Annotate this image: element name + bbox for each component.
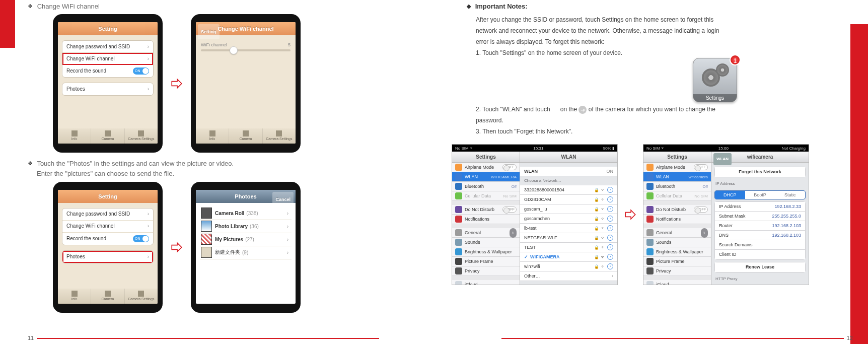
seg-static[interactable]: Static xyxy=(775,191,805,199)
sidebar-header: Settings xyxy=(643,152,711,163)
tab-info[interactable]: Info xyxy=(58,128,91,144)
sidebar-dnd[interactable]: Do Not DisturbOFF xyxy=(643,205,711,215)
toggle-off[interactable]: OFF xyxy=(694,207,708,213)
album-thumb-icon xyxy=(201,221,212,232)
sidebar-bluetooth[interactable]: BluetoothOff xyxy=(643,182,711,191)
sidebar-picture-frame[interactable]: Picture Frame xyxy=(452,257,520,266)
field-client-id[interactable]: Client ID xyxy=(715,250,805,259)
slider-track[interactable] xyxy=(201,49,291,51)
forget-network-button[interactable]: Forget this Network xyxy=(715,167,805,177)
slider-value: 5 xyxy=(288,42,291,47)
tab-info[interactable]: Info xyxy=(58,289,91,304)
network-row[interactable]: 3320288800001504🔒ᯤ› xyxy=(520,185,617,195)
lock-icon: 🔒 xyxy=(594,185,599,195)
sidebar-picture-frame[interactable]: Picture Frame xyxy=(643,257,711,266)
lock-icon: 🔒 xyxy=(594,195,599,204)
arrow-right-icon xyxy=(624,208,637,221)
sidebar-privacy[interactable]: Privacy xyxy=(643,266,711,276)
tab-camera-settings[interactable]: Camera Settings xyxy=(263,128,296,144)
row-password-ssid[interactable]: Change password and SSID› xyxy=(62,209,153,221)
row-photos-highlighted[interactable]: Photoes› xyxy=(62,251,153,263)
gear-icon xyxy=(455,229,462,236)
wifi-channel-slider[interactable]: WiFi channel5 xyxy=(201,42,291,51)
network-row[interactable]: goscamchen🔒ᯤ› xyxy=(520,214,617,224)
row-record-sound[interactable]: Record the soundON xyxy=(62,233,153,245)
row-wifi-channel[interactable]: Change WiFi channel› xyxy=(62,221,153,233)
field-dns[interactable]: DNS192.168.2.103 xyxy=(715,231,805,240)
album-new-folder[interactable]: 新建文件夹(9)› xyxy=(200,246,292,259)
sidebar-privacy[interactable]: Privacy xyxy=(452,266,520,276)
field-search-domains[interactable]: Search Domains xyxy=(715,240,805,250)
hand-icon xyxy=(646,267,654,274)
row-password-ssid[interactable]: Change password and SSID› xyxy=(62,41,153,53)
tab-camera[interactable]: Camera xyxy=(229,128,262,144)
sidebar-airplane[interactable]: Airplane ModeOFF xyxy=(643,163,711,172)
network-row[interactable]: win7wifi🔒ᯤ› xyxy=(520,262,617,271)
pane-header: WLAN xyxy=(520,152,617,163)
sidebar-sounds[interactable]: Sounds xyxy=(452,238,520,247)
sidebar-notifications[interactable]: Notifications xyxy=(643,215,711,224)
renew-lease-button[interactable]: Renew Lease xyxy=(715,262,805,272)
sidebar-sounds[interactable]: Sounds xyxy=(643,238,711,247)
tab-camera-settings[interactable]: Camera Settings xyxy=(125,128,158,144)
sidebar-wlan-selected[interactable]: WLANwificamera xyxy=(643,172,711,182)
back-button[interactable]: Setting xyxy=(198,24,220,39)
chevron-right-icon: › xyxy=(148,41,149,53)
network-other[interactable]: Other…› xyxy=(520,271,617,281)
tab-camera[interactable]: Camera xyxy=(91,289,124,304)
tab-camera-settings[interactable]: Camera Settings xyxy=(125,289,158,304)
toggle-off[interactable]: OFF xyxy=(604,285,613,286)
detail-icon: › xyxy=(607,187,613,193)
bell-icon xyxy=(455,216,462,223)
page-number-12: 12 xyxy=(501,335,853,341)
row-photos[interactable]: Photoes› xyxy=(62,83,153,95)
sidebar-brightness[interactable]: Brightness & Wallpaper xyxy=(643,247,711,257)
row-wifi-channel-highlighted[interactable]: Change WiFi channel› xyxy=(62,53,153,65)
settings-app-icon[interactable]: 1 Settings xyxy=(693,58,737,102)
album-photo-library[interactable]: Photo Library(36)› xyxy=(200,220,292,233)
back-button[interactable]: WLAN xyxy=(713,153,732,165)
sidebar-general[interactable]: General1 xyxy=(452,228,520,238)
seg-bootp[interactable]: BootP xyxy=(745,191,775,199)
cancel-button[interactable]: Cancel xyxy=(272,192,294,207)
section-photos: ❖ Touch the "Photos" in the settings and… xyxy=(28,160,419,167)
arrow-right-icon xyxy=(170,241,183,254)
toggle-on[interactable]: ON xyxy=(133,67,149,75)
toggle-off[interactable]: OFF xyxy=(502,207,517,213)
diamond-bullet-icon: ❖ xyxy=(28,3,33,10)
wlan-toggle-row[interactable]: WLANON xyxy=(520,167,617,176)
network-row[interactable]: lb-test🔒ᯤ› xyxy=(520,224,617,233)
sidebar-notifications[interactable]: Notifications xyxy=(452,215,520,224)
ip-mode-segmented[interactable]: DHCP BootP Static xyxy=(714,190,806,199)
toggle-on[interactable]: ON xyxy=(133,235,149,242)
sidebar-dnd[interactable]: Do Not DisturbOFF xyxy=(452,205,520,215)
sidebar-wlan-selected[interactable]: WLANWIFICAMERA xyxy=(452,172,520,182)
network-row[interactable]: NETGEAR-WLF🔒ᯤ› xyxy=(520,233,617,243)
album-camera-roll[interactable]: Camera Roll(338)› xyxy=(200,207,292,220)
tab-info[interactable]: Info xyxy=(196,128,229,144)
row-record-sound[interactable]: Record the soundON xyxy=(62,65,153,77)
brightness-icon xyxy=(646,248,654,255)
sidebar-brightness[interactable]: Brightness & Wallpaper xyxy=(452,247,520,257)
section-subtitle: Enter the "pictures" can choose to send … xyxy=(37,169,419,179)
tab-camera[interactable]: Camera xyxy=(91,128,124,144)
sidebar-general[interactable]: General1 xyxy=(643,228,711,238)
field-router: Router192.168.2.103 xyxy=(715,221,805,231)
network-row-connected[interactable]: WIFICAMERA🔒ᯤ› xyxy=(520,252,617,262)
cellular-icon xyxy=(646,192,654,199)
frame-icon xyxy=(455,258,462,265)
sidebar-airplane[interactable]: Airplane ModeOFF xyxy=(452,163,520,172)
seg-dhcp[interactable]: DHCP xyxy=(715,191,745,199)
toggle-off[interactable]: OFF xyxy=(502,164,517,170)
toggle-on[interactable]: ON xyxy=(607,167,614,176)
network-row[interactable]: GD2810CAM🔒ᯤ› xyxy=(520,195,617,204)
network-row[interactable]: TEST🔒ᯤ› xyxy=(520,243,617,252)
page-11: ❖ Change WiFi channel Setting Change pas… xyxy=(0,0,434,344)
network-row[interactable]: goscam_liu🔒ᯤ› xyxy=(520,204,617,214)
lock-icon: 🔒 xyxy=(594,224,599,233)
sidebar-header: Settings xyxy=(452,152,520,163)
toggle-off[interactable]: OFF xyxy=(694,164,708,170)
album-my-pictures[interactable]: My Pictures(27)› xyxy=(200,233,292,246)
ip-address-header: IP Address xyxy=(711,179,809,188)
sidebar-bluetooth[interactable]: BluetoothOff xyxy=(452,182,520,191)
